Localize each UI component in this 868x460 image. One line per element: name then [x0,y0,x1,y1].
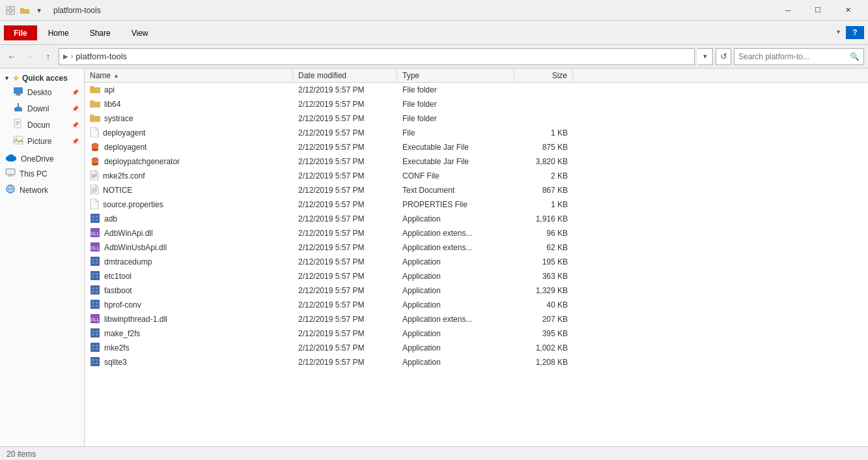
file-date: 2/12/2019 5:57 PM [293,226,397,240]
sidebar-item-documents[interactable]: Docun 📌 [0,117,84,133]
file-size: 1,329 KB [514,283,573,298]
svg-rect-49 [92,261,98,262]
help-button[interactable]: ? [846,26,864,39]
titlebar-icons: ▾ [5,5,44,16]
svg-rect-75 [92,361,98,362]
table-row[interactable]: hprof-conv 2/12/2019 5:57 PM Application… [85,298,868,312]
file-type: File folder [397,97,514,111]
sidebar-label-desktop: Desktо [27,88,51,97]
svg-rect-5 [16,94,20,95]
sidebar-item-network[interactable]: Network [0,182,84,198]
sidebar-item-thispc[interactable]: This PC [0,165,84,182]
col-header-size[interactable]: Size [514,68,573,82]
path-bar[interactable]: ▶ › platform-tools [59,48,695,65]
file-name-cell: DLL libwinpthread-1.dll [85,312,293,326]
table-row[interactable]: make_f2fs 2/12/2019 5:57 PM Application … [85,326,868,341]
file-icon [90,270,100,283]
table-row[interactable]: sqlite3 2/12/2019 5:57 PM Application 1,… [85,355,868,369]
file-icon [90,256,100,268]
table-row[interactable]: source.properties 2/12/2019 5:57 PM PROP… [85,197,868,212]
sidebar-item-downloads[interactable]: Downl 📌 [0,100,84,117]
file-name: dmtracedump [104,257,152,266]
svg-rect-1 [11,7,14,10]
table-row[interactable]: mke2fs 2/12/2019 5:57 PM Application 1,0… [85,341,868,355]
refresh-button[interactable]: ↺ [716,48,731,65]
sidebar-item-desktop[interactable]: Desktо 📌 [0,84,84,100]
search-icon[interactable]: 🔍 [850,52,860,61]
svg-rect-67 [92,332,98,334]
table-row[interactable]: DLL libwinpthread-1.dll 2/12/2019 5:57 P… [85,312,868,326]
file-type: Application [397,212,514,226]
table-row[interactable]: NOTICE 2/12/2019 5:57 PM Text Document 8… [85,183,868,197]
file-name-cell: DLL AdbWinUsbApi.dll [85,240,293,255]
file-name: NOTICE [103,186,132,195]
file-rows: api 2/12/2019 5:57 PM File folder lib64 … [85,83,868,369]
minimize-button[interactable]: ─ [773,0,803,21]
file-icon [90,99,100,110]
col-header-date[interactable]: Date modified [293,68,397,82]
file-date: 2/12/2019 5:57 PM [293,140,397,154]
table-row[interactable]: deployagent 2/12/2019 5:57 PM File 1 KB [85,126,868,140]
down-arrow-icon[interactable]: ▾ [34,5,44,16]
svg-rect-41 [92,218,98,219]
forward-button[interactable]: → [22,49,38,65]
item-count: 20 items [7,450,36,459]
svg-rect-2 [7,11,10,14]
file-name: make_f2fs [104,329,140,338]
file-date: 2/12/2019 5:57 PM [293,183,397,197]
ribbon-expand-button[interactable]: ▾ [830,23,846,39]
table-row[interactable]: dmtracedump 2/12/2019 5:57 PM Applicatio… [85,255,868,269]
file-icon [90,299,100,311]
file-name-cell: lib64 [85,97,293,111]
sidebar-group-quick-access[interactable]: ▼ ★ Quick acces [0,71,84,84]
file-date: 2/12/2019 5:57 PM [293,255,397,269]
back-button[interactable]: ← [4,49,20,65]
quick-access-icon[interactable] [5,5,16,16]
file-type: Application extens... [397,240,514,255]
table-row[interactable]: deployagent 2/12/2019 5:57 PM Executable… [85,140,868,154]
table-row[interactable]: mke2fs.conf 2/12/2019 5:57 PM CONF File … [85,169,868,183]
sidebar-item-onedrive[interactable]: OneDrive [0,152,84,165]
search-input[interactable] [738,52,850,61]
path-dropdown-button[interactable]: ▾ [697,48,713,65]
table-row[interactable]: lib64 2/12/2019 5:57 PM File folder [85,97,868,111]
tab-file[interactable]: File [4,25,37,40]
search-box[interactable]: 🔍 [734,48,864,65]
col-header-name[interactable]: Name ▲ [85,68,293,82]
file-date: 2/12/2019 5:57 PM [293,154,397,169]
sidebar-item-pictures[interactable]: Picture 📌 [0,133,84,149]
pictures-icon [13,135,23,147]
network-icon [5,184,16,196]
table-row[interactable]: systrace 2/12/2019 5:57 PM File folder [85,111,868,126]
table-row[interactable]: etc1tool 2/12/2019 5:57 PM Application 3… [85,269,868,283]
file-name-cell: deployagent [85,126,293,140]
table-row[interactable]: DLL AdbWinUsbApi.dll 2/12/2019 5:57 PM A… [85,240,868,255]
up-button[interactable]: ↑ [40,49,56,65]
addressbar: ← → ↑ ▶ › platform-tools ▾ ↺ 🔍 [0,45,868,68]
table-row[interactable]: deploypatchgenerator 2/12/2019 5:57 PM E… [85,154,868,169]
file-name: libwinpthread-1.dll [104,315,167,324]
maximize-button[interactable]: ☐ [803,0,833,21]
svg-point-27 [92,149,98,151]
table-row[interactable]: DLL AdbWinApi.dll 2/12/2019 5:57 PM Appl… [85,226,868,240]
file-date: 2/12/2019 5:57 PM [293,97,397,111]
pin-icon-dl: 📌 [72,106,79,112]
chevron-down-icon: ▼ [4,75,10,81]
file-name-cell: mke2fs [85,341,293,355]
tab-view[interactable]: View [122,25,158,40]
table-row[interactable]: adb 2/12/2019 5:57 PM Application 1,916 … [85,212,868,226]
table-row[interactable]: api 2/12/2019 5:57 PM File folder [85,83,868,97]
file-name-cell: fastboot [85,283,293,298]
file-name: AdbWinApi.dll [104,229,153,238]
file-size: 195 KB [514,255,573,269]
table-row[interactable]: fastboot 2/12/2019 5:57 PM Application 1… [85,283,868,298]
close-button[interactable]: ✕ [833,0,863,21]
tab-share[interactable]: Share [80,25,120,40]
file-name: deployagent [104,143,147,152]
col-header-type[interactable]: Type [397,68,514,82]
tab-home[interactable]: Home [38,25,79,40]
file-type: Application [397,269,514,283]
quick-access-label: Quick acces [22,74,68,83]
file-name: AdbWinUsbApi.dll [104,243,167,252]
file-name-cell: hprof-conv [85,298,293,312]
